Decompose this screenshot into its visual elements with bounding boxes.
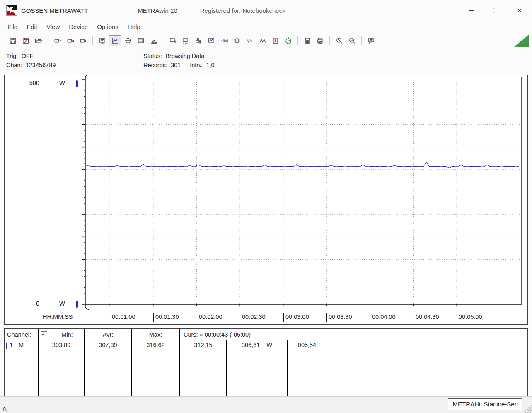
menu-item-view[interactable]: View (42, 22, 64, 32)
app-name: GOSSEN METRAWATT (21, 7, 88, 14)
connect-button[interactable] (179, 35, 192, 46)
y-unit-label-bottom: W (59, 300, 65, 307)
row-cursor-1: 312,15 (180, 340, 227, 399)
row-cursor-2: 306,61W (227, 340, 288, 399)
close-icon: ✕ (517, 7, 522, 14)
resize-grip[interactable] (523, 404, 532, 413)
product-name: METRAwin 10 (138, 7, 177, 14)
statusbar-divider (380, 398, 380, 411)
min-curve-button[interactable] (243, 35, 256, 46)
line-chart-button[interactable] (109, 35, 121, 46)
x-axis-labels: HH:MM:SS 00:01:00 00:01:30 00:02:00 00:0… (5, 313, 527, 323)
list-settings-button[interactable] (192, 35, 205, 46)
x-tick-label: 00:01:30 (153, 313, 179, 322)
window-controls: ✕ (459, 0, 532, 20)
device-name-box: METRAHit Starline-Seri (448, 398, 522, 410)
status-readout: Status:Browsing Data (143, 51, 215, 61)
channel-marker-bottom (76, 301, 78, 308)
minimize-icon (469, 10, 474, 11)
x-tick-label: 00:03:30 (326, 313, 352, 322)
statusbar-left-text: 0, (3, 406, 7, 412)
menu-item-edit[interactable]: Edit (22, 22, 42, 32)
readout-panel: Trig:OFF Chan:123456789 Status:Browsing … (0, 49, 532, 73)
save-button[interactable] (6, 35, 19, 46)
menu-item-help[interactable]: Help (123, 22, 145, 32)
device-eject-button[interactable] (77, 35, 89, 46)
app-window: GOSSEN METRAWATT METRAwin 10 Registered … (0, 0, 532, 413)
toolbar-separator (329, 36, 330, 45)
close-button[interactable]: ✕ (508, 0, 532, 20)
max-curve-button[interactable] (256, 35, 269, 46)
channel-marker-top (76, 80, 78, 87)
toolbar-separator (361, 36, 362, 45)
open-button[interactable] (32, 35, 45, 46)
scope-button[interactable] (121, 35, 134, 46)
header-max: Max: (132, 329, 180, 340)
channel-color-bar (6, 343, 7, 349)
x-tick-label: 00:03:00 (283, 313, 309, 322)
device-read-button[interactable] (64, 35, 77, 46)
toolbar-separator (163, 36, 163, 45)
maximize-icon (493, 8, 498, 13)
x-axis-name: HH:MM:SS (43, 313, 73, 320)
timer-button[interactable] (282, 35, 295, 46)
toolbar-separator (48, 36, 48, 45)
row-avr: 307,39 (85, 340, 132, 399)
chart-panel: 500 W 0 W HH:MM:SS 00:01:00 00:01:30 00:… (4, 75, 528, 325)
row-channel: 1M (5, 340, 39, 399)
table-button[interactable] (134, 35, 147, 46)
power-trend-chart[interactable] (5, 75, 528, 312)
memory-button[interactable] (230, 35, 243, 46)
y-max-label: 500 (26, 80, 39, 86)
menu-item-options[interactable]: Options (92, 22, 123, 32)
x-tick-label: 00:02:00 (197, 313, 222, 322)
zoom-out-button[interactable] (346, 35, 358, 46)
transfer-button[interactable] (166, 35, 179, 46)
app-logo-icon (6, 5, 17, 16)
corner-triangle-icon (514, 34, 529, 47)
header-min: Min: (39, 329, 85, 340)
device-send-button[interactable] (51, 35, 64, 46)
y-min-label: 0 (26, 300, 39, 307)
x-tick-label: 00:02:30 (240, 313, 265, 322)
chan-readout: Chan:123456789 (6, 61, 56, 70)
menu-item-device[interactable]: Device (64, 22, 92, 32)
histogram-button[interactable] (147, 35, 160, 46)
print-preview-button[interactable] (301, 35, 314, 46)
menubar: File Edit View Device Options Help (0, 20, 532, 33)
titlebar: GOSSEN METRAWATT METRAwin 10 Registered … (0, 0, 532, 20)
x-tick-label: 00:04:00 (370, 313, 395, 322)
statistics-table: Channel: Min: Avr: Max: Curs: « 00:00:43… (4, 328, 528, 400)
x-tick-label: 00:01:00 (110, 313, 135, 322)
minimize-button[interactable] (459, 0, 484, 20)
menu-item-file[interactable]: File (3, 22, 22, 32)
display-button[interactable] (96, 35, 109, 46)
monitor-button[interactable] (205, 35, 218, 46)
toolbar: f(x) (0, 33, 532, 49)
y-unit-label: W (59, 80, 65, 86)
statusbar: 0, METRAHit Starline-Seri (0, 396, 532, 413)
records-readout: Records:301Intrv.1,0 (143, 61, 215, 70)
trig-readout: Trig:OFF (6, 51, 56, 61)
toolbar-separator (297, 36, 298, 45)
header-avr: Avr: (85, 329, 132, 340)
svg-text:f(x): f(x) (222, 39, 227, 43)
save-as-button[interactable] (19, 35, 32, 46)
row-delta: -005,54 (288, 340, 527, 399)
header-cursor: Curs: « 00:00:43 (-05:00) (180, 329, 527, 340)
print-button[interactable] (314, 35, 326, 46)
zoom-mode-button[interactable] (333, 35, 346, 46)
function-button[interactable]: f(x) (218, 35, 230, 46)
note-button[interactable] (365, 35, 377, 46)
toolbar-separator (92, 36, 93, 45)
row-min: 303,89 (39, 340, 85, 399)
x-tick-label: 00:04:30 (414, 313, 439, 322)
export-button[interactable] (269, 35, 282, 46)
channel-checkbox[interactable] (41, 331, 47, 338)
x-tick-label: 00:05:00 (457, 313, 482, 322)
header-channel: Channel: (5, 329, 39, 340)
row-max: 316,62 (132, 340, 180, 399)
registered-text: Registered for: Notebookcheck (200, 7, 285, 14)
maximize-button[interactable] (484, 0, 508, 20)
